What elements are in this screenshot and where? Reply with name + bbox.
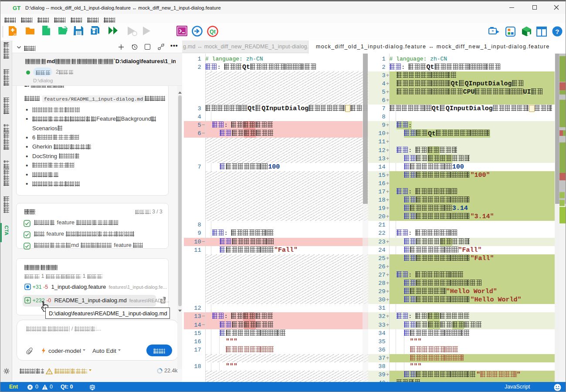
svg-text:Qt: Qt [210,29,216,35]
svg-text:JS: JS [13,33,17,37]
svg-text:?: ? [555,28,559,35]
